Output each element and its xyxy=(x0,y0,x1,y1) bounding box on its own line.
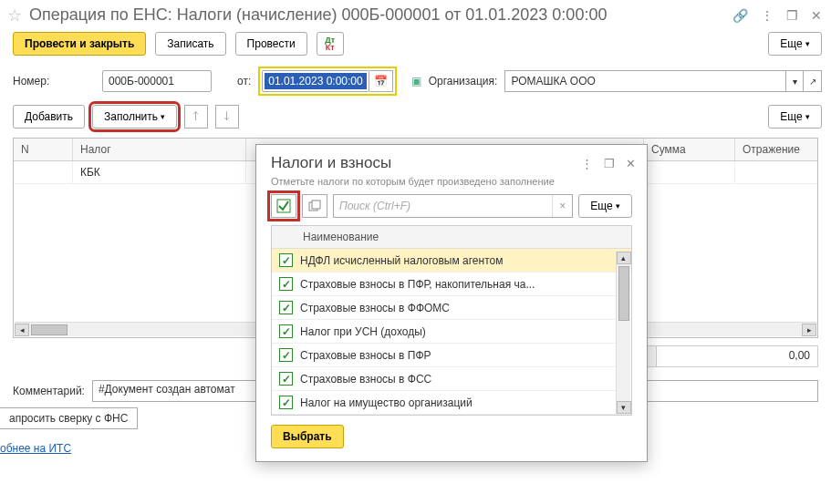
popup-select-button[interactable]: Выбрать xyxy=(271,425,344,448)
request-fns-button[interactable]: апросить сверку с ФНС xyxy=(0,407,138,429)
date-field[interactable]: 01.01.2023 0:00:00 xyxy=(265,73,366,89)
table-more-button[interactable]: Еще ▾ xyxy=(768,105,822,129)
org-flag-icon: ▣ xyxy=(411,75,421,87)
col-sum[interactable]: Сумма xyxy=(644,139,735,160)
org-dropdown-button[interactable]: ▾ xyxy=(785,70,804,92)
popup-kebab-icon[interactable]: ⋮ xyxy=(581,157,593,170)
cell-kbk-label: КБК xyxy=(73,161,246,183)
col-reflection[interactable]: Отражение xyxy=(735,139,817,160)
popup-more-button[interactable]: Еще ▾ xyxy=(578,194,632,218)
list-item-label: Страховые взносы в ПФР xyxy=(300,349,624,362)
dtkt-icon: ДтКт xyxy=(325,36,335,51)
checkbox-icon[interactable] xyxy=(279,277,293,291)
date-field-highlight: 01.01.2023 0:00:00 📅 xyxy=(258,67,396,96)
list-item[interactable]: Страховые взносы в ПФР, накопительная ча… xyxy=(272,273,631,296)
kebab-icon[interactable]: ⋮ xyxy=(761,8,774,23)
number-label: Номер: xyxy=(13,75,95,87)
col-tax[interactable]: Налог xyxy=(73,139,246,160)
link-icon[interactable]: 🔗 xyxy=(732,8,748,23)
save-button[interactable]: Записать xyxy=(155,32,225,56)
svg-rect-2 xyxy=(312,201,320,209)
popup-search-input[interactable]: Поиск (Ctrl+F) × xyxy=(333,194,573,218)
popup-title: Налоги и взносы xyxy=(271,154,581,172)
org-label: Организация: xyxy=(429,75,498,87)
popup-subtitle: Отметьте налоги по которым будет произве… xyxy=(256,174,647,194)
window-icon[interactable]: ❐ xyxy=(786,8,798,23)
favorite-star-icon[interactable]: ☆ xyxy=(7,7,22,24)
checkbox-icon[interactable] xyxy=(279,324,293,338)
list-item-label: Налог при УСН (доходы) xyxy=(300,325,624,338)
checkbox-icon[interactable] xyxy=(279,396,293,409)
totals-value: 0,00 xyxy=(657,346,817,366)
taxes-popup: Налоги и взносы ⋮ ❐ ✕ Отметьте налоги по… xyxy=(255,144,648,462)
popup-window-icon[interactable]: ❐ xyxy=(604,157,615,170)
list-item[interactable]: Страховые взносы в ПФР xyxy=(272,344,631,367)
list-item-label: Налог на имущество организаций xyxy=(300,396,624,409)
dtkt-button[interactable]: ДтКт xyxy=(317,32,344,56)
toolbar-more-button[interactable]: Еще ▾ xyxy=(768,32,822,56)
add-button[interactable]: Добавить xyxy=(13,105,85,129)
calendar-icon[interactable]: 📅 xyxy=(369,70,393,92)
list-item-label: Страховые взносы в ФФОМС xyxy=(300,302,624,314)
list-item-label: НДФЛ исчисленный налоговым агентом xyxy=(300,254,624,267)
post-and-close-button[interactable]: Провести и закрыть xyxy=(13,32,146,56)
fill-button[interactable]: Заполнить ▾ xyxy=(92,105,177,129)
org-open-button[interactable]: ↗ xyxy=(804,70,822,92)
move-up-button[interactable]: 🡑 xyxy=(184,105,208,129)
checkbox-icon[interactable] xyxy=(279,372,293,386)
checkbox-icon[interactable] xyxy=(279,348,293,362)
checkbox-icon[interactable] xyxy=(279,301,293,314)
move-down-button[interactable]: 🡓 xyxy=(215,105,239,129)
list-item[interactable]: НДФЛ исчисленный налоговым агентом xyxy=(272,249,631,273)
list-item[interactable]: Страховые взносы в ФСС xyxy=(272,367,631,391)
from-label: от: xyxy=(237,75,251,87)
popup-close-icon[interactable]: ✕ xyxy=(626,157,636,170)
uncheck-all-icon xyxy=(308,200,321,212)
col-n[interactable]: N xyxy=(14,139,73,160)
popup-col-name[interactable]: Наименование xyxy=(272,226,631,249)
check-all-button[interactable] xyxy=(271,194,296,218)
its-link[interactable]: обнее на ИТС xyxy=(0,442,71,455)
list-item[interactable]: Страховые взносы в ФФОМС xyxy=(272,296,631,320)
page-title: Операция по ЕНС: Налоги (начисление) 000… xyxy=(29,5,725,25)
search-placeholder: Поиск (Ctrl+F) xyxy=(334,200,552,212)
post-button[interactable]: Провести xyxy=(235,32,307,56)
list-item-label: Страховые взносы в ФСС xyxy=(300,373,624,386)
list-item-label: Страховые взносы в ПФР, накопительная ча… xyxy=(300,278,624,291)
org-field[interactable]: РОМАШКА ООО xyxy=(504,70,785,92)
search-clear-icon[interactable]: × xyxy=(552,195,572,217)
popup-v-scrollbar[interactable]: ▴ ▾ xyxy=(616,252,630,414)
number-field[interactable]: 000Б-000001 xyxy=(102,70,212,92)
comment-label: Комментарий: xyxy=(13,385,85,397)
checkbox-icon[interactable] xyxy=(279,253,293,267)
list-item[interactable]: Налог при УСН (доходы) xyxy=(272,320,631,344)
uncheck-all-button[interactable] xyxy=(302,194,327,218)
check-all-icon xyxy=(276,199,291,213)
cell-n xyxy=(14,161,73,183)
list-item[interactable]: Налог на имущество организаций xyxy=(272,391,631,415)
close-icon[interactable]: ✕ xyxy=(811,8,822,23)
